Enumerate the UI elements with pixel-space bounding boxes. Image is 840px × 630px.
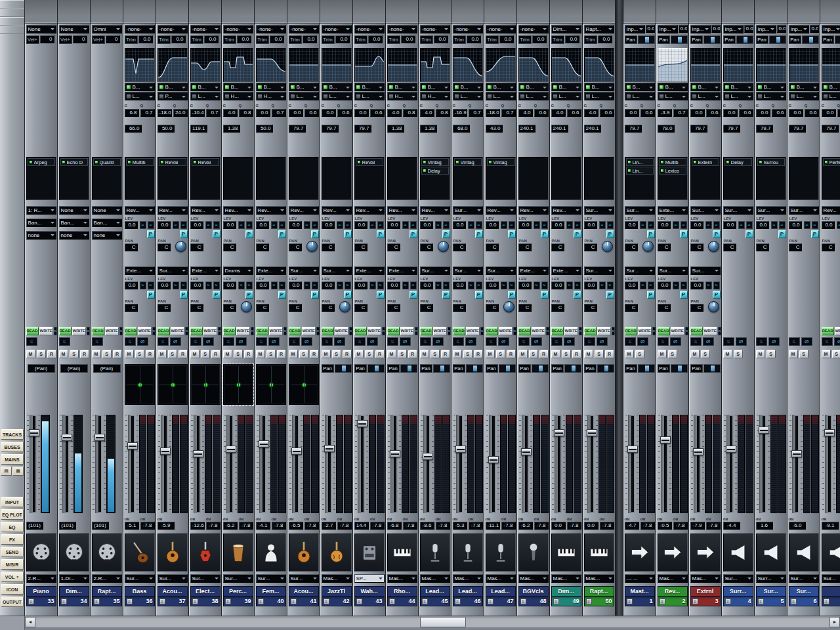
- automation-write-button[interactable]: WRITE: [835, 327, 840, 335]
- automation-read-button[interactable]: READ: [584, 327, 597, 335]
- fader-handle[interactable]: [226, 446, 236, 453]
- volume-value-2[interactable]: -7.8: [534, 522, 549, 530]
- send-destination-selector[interactable]: Sur...: [584, 266, 614, 275]
- eq-freq-value[interactable]: 50.0: [158, 125, 175, 133]
- pan-slider-thumb[interactable]: [572, 366, 576, 371]
- send-destination-selector[interactable]: Sur...: [420, 266, 450, 275]
- solo-button[interactable]: S: [562, 350, 571, 358]
- output-selector[interactable]: 2-R...: [26, 574, 56, 583]
- fx-bin[interactable]: [322, 157, 352, 200]
- send-level-value[interactable]: 0.0: [822, 221, 835, 229]
- automation-options-icon[interactable]: »: [349, 327, 353, 335]
- send-postfader-meter-icon[interactable]: ≈: [713, 282, 720, 289]
- pan-slider-track[interactable]: [638, 35, 655, 44]
- band-enable-led[interactable]: [626, 94, 631, 99]
- band-enable-led[interactable]: [290, 94, 295, 99]
- fx-plugin[interactable]: Arpeg: [28, 158, 55, 166]
- send-postfader-meter-icon[interactable]: ≈: [476, 221, 482, 229]
- solo-button[interactable]: S: [595, 350, 604, 358]
- eq-band-row-2[interactable]: L...: [190, 92, 220, 100]
- automation-options-icon[interactable]: »: [152, 327, 156, 335]
- fader-handle[interactable]: [627, 446, 638, 453]
- send-postfader-meter-icon[interactable]: ≈: [345, 282, 351, 289]
- track-icon-box[interactable]: [420, 534, 450, 572]
- band-enable-led[interactable]: [388, 94, 394, 99]
- fx-bin[interactable]: [584, 157, 614, 200]
- automation-write-button[interactable]: WRITE: [400, 327, 414, 335]
- mute-button[interactable]: M: [822, 350, 831, 358]
- send-prefader-meter-icon[interactable]: ≈: [173, 282, 179, 289]
- send-pan-value[interactable]: C: [158, 304, 171, 312]
- send-destination-selector[interactable]: Sur...: [690, 206, 721, 215]
- fader-track[interactable]: [489, 415, 497, 513]
- fx-plugin[interactable]: ReVal: [192, 158, 219, 166]
- send-level-value[interactable]: 0.0: [387, 282, 400, 289]
- send-level-value[interactable]: 0.0: [518, 221, 532, 229]
- send-destination-selector[interactable]: Sur...: [453, 206, 483, 215]
- eq-q-value[interactable]: 0.7: [469, 109, 483, 117]
- send-prepost-button[interactable]: P: [647, 291, 655, 299]
- eq-gain-value[interactable]: -18.0: [158, 109, 172, 117]
- trim-value[interactable]: 0: [40, 35, 54, 43]
- mute-button[interactable]: M: [387, 350, 396, 358]
- band-enable-led[interactable]: [192, 85, 197, 90]
- send-pan-knob[interactable]: [241, 301, 252, 312]
- track-name[interactable]: Dim...: [551, 586, 581, 597]
- band-enable-led[interactable]: [323, 85, 328, 90]
- record-button[interactable]: R: [277, 350, 286, 358]
- volume-value-2[interactable]: -7.8: [567, 522, 581, 530]
- send-postfader-meter-icon[interactable]: ≈: [377, 282, 384, 289]
- eq-q-value[interactable]: 0.6: [370, 109, 385, 117]
- eq-gain-value[interactable]: -16.9: [453, 109, 467, 117]
- eq-band-row-1[interactable]: B...: [322, 83, 352, 91]
- volume-value-2[interactable]: -7.8: [600, 522, 614, 530]
- surround-panner[interactable]: [158, 364, 188, 405]
- send-level-value[interactable]: 0.0: [322, 221, 335, 229]
- track-name[interactable]: Fem...: [256, 586, 286, 597]
- send-prepost-button[interactable]: P: [245, 230, 253, 238]
- track-name[interactable]: Sur...: [789, 586, 819, 597]
- send-prefader-meter-icon[interactable]: ≈: [468, 221, 474, 229]
- send-postfader-meter-icon[interactable]: ≈: [148, 221, 154, 229]
- input-selector[interactable]: -none-: [453, 25, 483, 33]
- send-prefader-meter-icon[interactable]: ≈: [599, 221, 606, 229]
- band-enable-led[interactable]: [126, 85, 131, 90]
- automation-write-button[interactable]: WRITE: [39, 327, 53, 335]
- fx-bin[interactable]: [256, 157, 286, 200]
- surround-panner[interactable]: [223, 364, 253, 405]
- input-selector[interactable]: Rapt...: [584, 25, 614, 33]
- pan-slider-track[interactable]: [433, 364, 450, 373]
- name-menu-icon[interactable]: ≡: [61, 598, 67, 604]
- send-pan-value[interactable]: C: [584, 243, 597, 251]
- pan-slider-track[interactable]: [638, 364, 655, 373]
- send-postfader-meter-icon[interactable]: ≈: [180, 282, 187, 289]
- name-menu-icon[interactable]: ≡: [824, 598, 830, 604]
- eq-freq-value[interactable]: 1.38: [420, 125, 437, 133]
- send-postfader-meter-icon[interactable]: ≈: [443, 221, 450, 229]
- output-selector[interactable]: 1-Di...: [59, 574, 89, 583]
- volume-value-2[interactable]: -7.8: [403, 522, 417, 530]
- track-name[interactable]: JazzTl: [322, 586, 352, 597]
- send-prepost-button[interactable]: P: [180, 230, 188, 238]
- eq-q-value[interactable]: 0.7: [501, 109, 516, 117]
- send-prefader-meter-icon[interactable]: ≈: [501, 282, 507, 289]
- track-icon-box[interactable]: [723, 534, 753, 572]
- trim-value[interactable]: 0.0: [335, 35, 350, 43]
- automation-write-button[interactable]: WRITE: [269, 327, 283, 335]
- pan-slider-track[interactable]: [597, 364, 614, 373]
- fx-plugin[interactable]: Multib: [126, 158, 154, 166]
- section-button-m-s-r[interactable]: M/S/R: [1, 559, 24, 570]
- send-prepost-button[interactable]: P: [278, 291, 286, 299]
- output-selector[interactable]: Sur...: [158, 574, 188, 583]
- send-prepost-button[interactable]: P: [508, 230, 516, 238]
- pan-slider-thumb[interactable]: [408, 366, 411, 371]
- send-prepost-button[interactable]: P: [377, 291, 385, 299]
- band-enable-led[interactable]: [421, 94, 427, 99]
- output-selector[interactable]: Mas...: [322, 574, 352, 583]
- input-selector[interactable]: -none-: [158, 25, 188, 33]
- pan-slider-track[interactable]: [368, 364, 385, 373]
- phase-icon[interactable]: Ø: [498, 337, 509, 346]
- solo-button[interactable]: S: [766, 350, 776, 358]
- input-gain-value[interactable]: 0.0: [711, 25, 721, 33]
- send-postfader-meter-icon[interactable]: ≈: [574, 221, 581, 229]
